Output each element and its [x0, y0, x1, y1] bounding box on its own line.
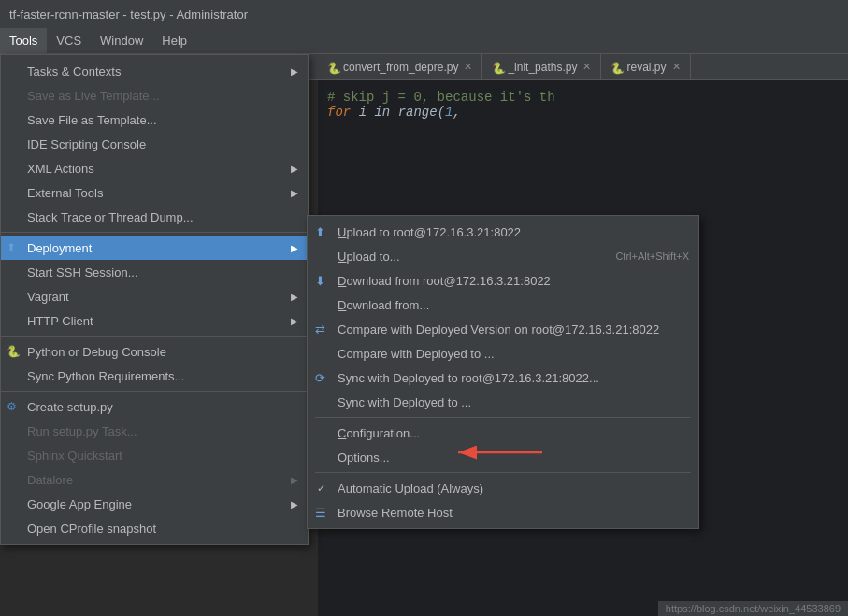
submenu-separator-2: [315, 472, 691, 473]
menu-item-cprofile[interactable]: Open CProfile snapshot: [1, 516, 308, 540]
submenu-arrow-icon-6: ▶: [291, 316, 298, 326]
setup-icon: ⚙: [7, 400, 17, 413]
menu-item-label: Google App Engine: [27, 497, 132, 511]
submenu-browse-remote[interactable]: ☰ Browse Remote Host: [308, 500, 698, 524]
menu-item-label: XML Actions: [27, 162, 94, 176]
menu-item-sync-python[interactable]: Sync Python Requirements...: [1, 364, 308, 388]
menu-item-external[interactable]: External Tools ▶: [1, 180, 308, 205]
menu-window[interactable]: Window: [91, 28, 152, 53]
menu-help[interactable]: Help: [152, 28, 196, 53]
menu-item-ide-scripting[interactable]: IDE Scripting Console: [1, 132, 308, 156]
menu-item-tasks[interactable]: Tasks & Contexts ▶: [1, 59, 308, 83]
tab-convert[interactable]: 🐍 convert_from_depre.py ✕: [318, 54, 482, 79]
submenu-auto-upload[interactable]: ✓ Automatic Upload (Always): [308, 476, 698, 500]
menu-item-save-live[interactable]: Save as Live Template...: [1, 83, 308, 107]
menu-item-xml[interactable]: XML Actions ▶: [1, 156, 308, 180]
submenu-options[interactable]: Options...: [308, 445, 698, 469]
menu-item-label: Save as Live Template...: [27, 89, 159, 103]
menu-item-label: Create setup.py: [27, 400, 113, 414]
submenu-upload-to[interactable]: Upload to... Ctrl+Alt+Shift+X: [308, 244, 698, 268]
checkmark-icon: ✓: [317, 482, 325, 494]
tab-label: convert_from_depre.py: [343, 61, 458, 74]
shortcut-label: Ctrl+Alt+Shift+X: [615, 251, 689, 262]
menu-item-label: IDE Scripting Console: [27, 137, 146, 151]
menu-item-save-file[interactable]: Save File as Template...: [1, 107, 308, 132]
deployment-icon: ⬆: [7, 241, 16, 254]
menu-item-label: Datalore: [27, 473, 73, 487]
python-file-icon-3: 🐍: [611, 62, 622, 73]
upload-icon: ⬆: [315, 225, 325, 239]
menu-tools[interactable]: Tools: [0, 28, 47, 53]
deployment-submenu: ⬆ Upload to root@172.16.3.21:8022 Upload…: [307, 215, 699, 529]
submenu-item-label: Automatic Upload (Always): [338, 481, 483, 495]
url-bar: https://blog.csdn.net/weixin_44533869: [658, 601, 848, 616]
download-icon: ⬇: [315, 274, 325, 288]
menu-item-label: Open CProfile snapshot: [27, 522, 156, 536]
submenu-compare-deployed-to[interactable]: Compare with Deployed to ...: [308, 341, 698, 365]
menu-separator-2: [1, 336, 308, 337]
menu-item-vagrant[interactable]: Vagrant ▶: [1, 284, 308, 308]
menu-item-label: Tasks & Contexts: [27, 64, 121, 79]
menu-item-create-setup[interactable]: ⚙ Create setup.py: [1, 394, 308, 419]
submenu-item-label: Upload to root@172.16.3.21:8022: [338, 225, 521, 239]
menu-item-ssh[interactable]: Start SSH Session...: [1, 260, 308, 284]
menu-item-stacktrace[interactable]: Stack Trace or Thread Dump...: [1, 205, 308, 229]
tab-close-icon[interactable]: ✕: [464, 61, 472, 73]
tab-close-icon-2[interactable]: ✕: [582, 61, 591, 73]
menu-item-label: Run setup.py Task...: [27, 424, 137, 438]
submenu-download-from-root[interactable]: ⬇ Download from root@172.16.3.21:8022: [308, 268, 698, 293]
submenu-item-label: Compare with Deployed to ...: [338, 347, 495, 361]
menu-separator-3: [1, 391, 308, 392]
menu-item-label: Save File as Template...: [27, 113, 157, 127]
python-file-icon: 🐍: [327, 62, 338, 73]
submenu-upload-to-root[interactable]: ⬆ Upload to root@172.16.3.21:8022: [308, 220, 698, 244]
submenu-item-label: Configuration...: [338, 426, 420, 440]
submenu-sync-deployed-root[interactable]: ⟳ Sync with Deployed to root@172.16.3.21…: [308, 365, 698, 390]
menu-vcs[interactable]: VCS: [47, 28, 91, 53]
tab-init[interactable]: 🐍 _init_paths.py ✕: [482, 54, 601, 79]
submenu-item-label: Compare with Deployed Version on root@17…: [338, 322, 659, 337]
menu-bar: Tools VCS Window Help: [0, 28, 848, 54]
submenu-arrow-icon-4: ▶: [291, 243, 298, 253]
submenu-compare-deployed-version[interactable]: ⇄ Compare with Deployed Version on root@…: [308, 317, 698, 341]
compare-icon: ⇄: [315, 322, 325, 337]
submenu-item-label: Browse Remote Host: [338, 506, 453, 520]
submenu-arrow-icon-5: ▶: [291, 292, 298, 302]
submenu-download-from[interactable]: Download from...: [308, 293, 698, 317]
editor-line-2: for i in range(1,: [327, 105, 839, 120]
submenu-item-label: Sync with Deployed to root@172.16.3.21:8…: [338, 371, 599, 385]
menu-item-label: Stack Trace or Thread Dump...: [27, 210, 194, 224]
menu-separator-1: [1, 232, 308, 233]
submenu-item-label: Sync with Deployed to ...: [338, 395, 471, 409]
submenu-item-label: Download from root@172.16.3.21:8022: [338, 274, 551, 288]
tab-label-3: reval.py: [626, 61, 666, 74]
submenu-arrow-icon-3: ▶: [291, 188, 298, 198]
menu-item-sphinx[interactable]: Sphinx Quickstart: [1, 443, 308, 467]
title-bar: tf-faster-rcnn-master - test.py - Admini…: [0, 0, 848, 28]
menu-item-datalore[interactable]: Datalore ▶: [1, 467, 308, 492]
menu-item-label: Deployment: [27, 241, 92, 255]
menu-item-label: External Tools: [27, 186, 103, 200]
submenu-item-label: Upload to...: [338, 250, 400, 264]
menu-item-label: HTTP Client: [27, 314, 93, 328]
submenu-item-label: Options...: [338, 451, 390, 465]
submenu-sync-deployed-to[interactable]: Sync with Deployed to ...: [308, 390, 698, 414]
submenu-configuration[interactable]: Configuration...: [308, 421, 698, 445]
title-text: tf-faster-rcnn-master - test.py - Admini…: [9, 7, 248, 21]
menu-item-label: Python or Debug Console: [27, 345, 166, 359]
menu-item-label: Sync Python Requirements...: [27, 369, 184, 383]
tab-reval[interactable]: 🐍 reval.py ✕: [601, 54, 690, 79]
python-file-icon-2: 🐍: [492, 62, 503, 73]
main-dropdown-menu: Tasks & Contexts ▶ Save as Live Template…: [0, 54, 309, 545]
menu-item-python-console[interactable]: 🐍 Python or Debug Console: [1, 339, 308, 364]
menu-item-run-setup[interactable]: Run setup.py Task...: [1, 419, 308, 443]
menu-item-deployment[interactable]: ⬆ Deployment ▶: [1, 236, 308, 260]
python-icon: 🐍: [7, 345, 21, 358]
menu-item-http[interactable]: HTTP Client ▶: [1, 308, 308, 333]
menu-item-google-app[interactable]: Google App Engine ▶: [1, 492, 308, 516]
submenu-separator-1: [315, 417, 691, 418]
tab-label-2: _init_paths.py: [508, 61, 577, 74]
url-text: https://blog.csdn.net/weixin_44533869: [666, 603, 841, 614]
tab-close-icon-3[interactable]: ✕: [672, 61, 681, 73]
submenu-arrow-icon-7: ▶: [291, 475, 298, 485]
